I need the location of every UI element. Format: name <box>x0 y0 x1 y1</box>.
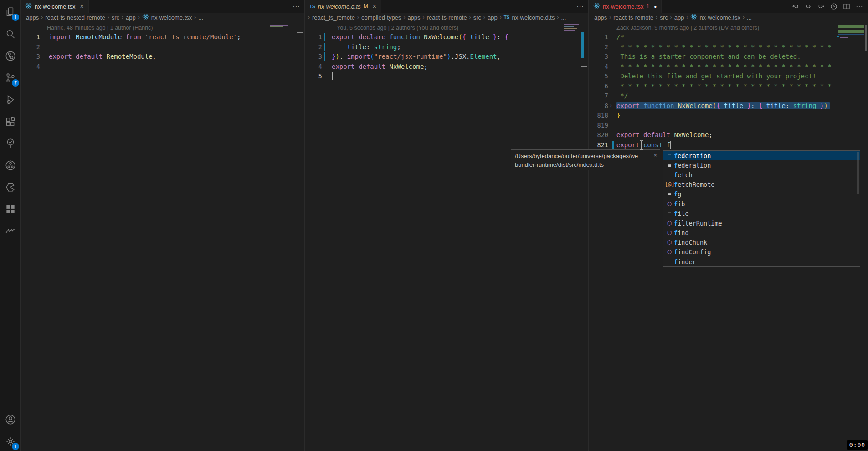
code-line-5[interactable]: 5 Delete this file and get started with … <box>589 72 868 82</box>
zigzag-extension-icon[interactable] <box>4 224 17 238</box>
code-line-4[interactable]: 4 * * * * * * * * * * * * * * * * * * * … <box>589 62 868 72</box>
prev-change-icon[interactable] <box>791 2 800 10</box>
minimap <box>270 26 283 27</box>
suggest-item-fetchRemote[interactable]: [@]fetchRemote <box>663 180 860 190</box>
breadcrumb-trail[interactable]: ... <box>747 14 752 21</box>
code-line-1[interactable]: 1import RemoteModule from 'react_ts_remo… <box>21 32 304 42</box>
tab-close-icon[interactable]: × <box>80 3 84 10</box>
tooltip-close-icon[interactable]: × <box>653 152 657 159</box>
settings-gear-icon[interactable]: 1 <box>4 435 17 448</box>
breadcrumb-item[interactable]: src <box>473 14 481 21</box>
tab-nx-welcome.tsx[interactable]: nx-welcome.tsx× <box>21 0 89 13</box>
fold-chevron-icon[interactable]: › <box>609 101 612 111</box>
breadcrumb-trail[interactable]: ... <box>198 14 203 21</box>
hex-c-extension-icon[interactable] <box>4 180 17 194</box>
code-line-1[interactable]: 1/* <box>589 32 868 42</box>
code-line-4[interactable]: 4export default NxWelcome; <box>305 62 588 72</box>
breadcrumb-item[interactable]: react-ts-nested-remote <box>45 14 105 21</box>
breadcrumb-file[interactable]: nx-welcome.tsx <box>151 14 192 21</box>
breadcrumb-item[interactable]: src <box>660 14 668 21</box>
grid-extension-icon[interactable] <box>4 202 17 216</box>
todo-tree-icon[interactable] <box>4 137 17 150</box>
tab-nx-welcome.d.ts[interactable]: TSnx-welcome.d.tsM× <box>305 0 381 13</box>
pane-divider-1[interactable] <box>304 0 305 451</box>
split-editor-icon[interactable] <box>842 2 851 10</box>
breadcrumb-item[interactable]: react-ts-remote <box>427 14 467 21</box>
breadcrumb-item[interactable]: app <box>674 14 684 21</box>
breadcrumb-item[interactable]: react_ts_remote <box>312 14 355 21</box>
editor-actions: ⋯ <box>576 0 588 13</box>
code-line-8[interactable]: 8›export function NxWelcome({ title }: {… <box>589 101 868 111</box>
more-actions-icon[interactable]: ⋯ <box>576 2 584 11</box>
code-line-2[interactable]: 2 * * * * * * * * * * * * * * * * * * * … <box>589 42 868 52</box>
run-debug-icon[interactable] <box>4 93 17 107</box>
code-editor[interactable]: 1/*2 * * * * * * * * * * * * * * * * * *… <box>589 32 868 150</box>
code-line-820[interactable]: 820export default NxWelcome; <box>589 130 868 140</box>
code-text: import RemoteModule from 'react_ts_remot… <box>49 32 241 42</box>
breadcrumb-item[interactable]: apps <box>594 14 607 21</box>
suggest-item-find[interactable]: ⬡find <box>663 228 860 238</box>
suggest-widget[interactable]: ≡federation≡federation≡fetch[@]fetchRemo… <box>663 150 860 267</box>
code-editor[interactable]: 1export declare function NxWelcome({ tit… <box>305 32 588 82</box>
pane-divider-2[interactable] <box>588 0 589 451</box>
suggest-scrollbar[interactable] <box>857 152 859 194</box>
modified-gutter-marker <box>324 52 325 61</box>
suggest-label: findChunk <box>674 239 707 246</box>
editor-group-middle[interactable]: TSnx-welcome.d.tsM×⋯›react_ts_remote›com… <box>305 0 588 451</box>
suggest-item-findConfig[interactable]: ⬡findConfig <box>663 247 860 257</box>
suggest-item-federation[interactable]: ≡federation <box>663 160 860 170</box>
suggest-item-federation[interactable]: ≡federation <box>663 151 860 160</box>
code-line-5[interactable]: 5 <box>305 72 588 82</box>
text-suggestion-icon: ≡ <box>665 153 674 159</box>
code-line-1[interactable]: 1export declare function NxWelcome({ tit… <box>305 32 588 42</box>
code-line-821[interactable]: 821export const f <box>589 140 868 150</box>
breadcrumb-item[interactable]: compiled-types <box>361 14 401 21</box>
compare-icon[interactable] <box>804 2 812 10</box>
suggest-label: file <box>674 210 689 217</box>
suggest-item-file[interactable]: ≡file <box>663 209 860 218</box>
explorer-icon[interactable]: 1 <box>4 5 17 19</box>
source-control-icon[interactable]: 7 <box>4 71 17 85</box>
module-suggestion-icon: ⬡ <box>665 230 674 236</box>
breadcrumb-item[interactable]: app <box>488 14 498 21</box>
suggest-item-fg[interactable]: ≡fg <box>663 190 860 199</box>
suggest-item-filterRuntime[interactable]: ⬡filterRuntime <box>663 218 860 228</box>
code-line-2[interactable]: 2 <box>21 42 304 52</box>
code-line-6[interactable]: 6 * * * * * * * * * * * * * * * * * * * … <box>589 82 868 92</box>
git-graph-icon[interactable] <box>4 159 17 172</box>
suggest-item-findChunk[interactable]: ⬡findChunk <box>663 238 860 247</box>
editor-group-left[interactable]: nx-welcome.tsx×⋯apps›react-ts-nested-rem… <box>21 0 304 451</box>
extensions-icon[interactable] <box>4 115 17 128</box>
code-line-3[interactable]: 3export default RemoteModule; <box>21 52 304 62</box>
code-line-4[interactable]: 4 <box>21 62 304 72</box>
tab-nx-welcome.tsx[interactable]: nx-welcome.tsx1● <box>589 0 662 13</box>
code-line-3[interactable]: 3 This is a starter component and can be… <box>589 52 868 62</box>
breadcrumb-file[interactable]: nx-welcome.tsx <box>699 14 740 21</box>
code-text: Delete this file and get started with yo… <box>616 72 816 82</box>
gitlens-icon[interactable] <box>4 49 17 63</box>
breadcrumb-item[interactable]: apps <box>26 14 39 21</box>
code-line-3[interactable]: 3}): import("react/jsx-runtime").JSX.Ele… <box>305 52 588 62</box>
breadcrumb-file[interactable]: nx-welcome.d.ts <box>512 14 555 21</box>
tab-close-icon[interactable]: × <box>373 3 376 10</box>
code-line-7[interactable]: 7 */ <box>589 91 868 101</box>
breadcrumb-item[interactable]: app <box>126 14 136 21</box>
code-line-819[interactable]: 819 <box>589 121 868 131</box>
code-line-818[interactable]: 818} <box>589 111 868 121</box>
suggest-item-finder[interactable]: ≡finder <box>663 257 860 266</box>
suggest-item-fetch[interactable]: ≡fetch <box>663 170 860 179</box>
more-actions-icon[interactable]: ⋯ <box>293 2 300 11</box>
next-change-icon[interactable] <box>817 2 825 10</box>
breadcrumb-item[interactable]: react-ts-remote <box>613 14 653 21</box>
code-editor[interactable]: 1import RemoteModule from 'react_ts_remo… <box>21 32 304 72</box>
search-icon[interactable] <box>4 27 17 41</box>
more-actions-icon[interactable] <box>855 2 863 10</box>
accounts-icon[interactable] <box>4 413 17 426</box>
code-line-2[interactable]: 2 title: string; <box>305 42 588 52</box>
breadcrumb-trail[interactable]: ... <box>561 14 566 21</box>
breadcrumb-item[interactable]: apps <box>407 14 420 21</box>
history-icon[interactable] <box>830 2 838 10</box>
breadcrumb-item[interactable]: src <box>112 14 119 21</box>
tab-dirty-dot[interactable]: ● <box>654 4 657 9</box>
suggest-item-fib[interactable]: ⬡fib <box>663 199 860 209</box>
